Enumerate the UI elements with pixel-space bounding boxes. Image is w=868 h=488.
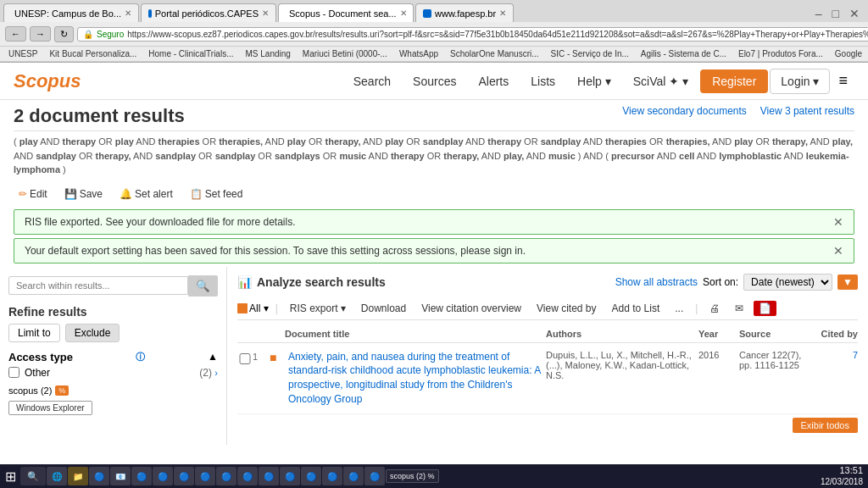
patent-link[interactable]: View 3 patent results (760, 105, 854, 117)
tab-fapesp[interactable]: www.fapesp.br ✕ (415, 3, 514, 22)
bookmark-ms[interactable]: MS Landing (242, 48, 293, 59)
tab-close[interactable]: ✕ (262, 8, 269, 18)
restore-icon[interactable]: □ (827, 5, 844, 22)
tab-label: UNESP: Campus de Bo... (14, 8, 121, 19)
taskbar-app-4[interactable]: 🔵 (195, 467, 215, 485)
start-button[interactable]: ⊞ (2, 467, 19, 486)
download-button[interactable]: Download (356, 301, 411, 316)
bookmark-elo[interactable]: Elo7 | Produtos Fora... (735, 48, 826, 59)
bookmark-kit[interactable]: Kit Bucal Personaliza... (46, 48, 140, 59)
bookmark-whatsapp[interactable]: WhatsApp (396, 48, 442, 59)
feed-icon: 📋 (190, 188, 203, 200)
more-button[interactable]: ... (670, 301, 688, 316)
nav-lists[interactable]: Lists (520, 69, 565, 93)
bell-icon: 🔔 (120, 188, 132, 200)
notification-close-2[interactable]: ✕ (833, 244, 843, 258)
nav-scival[interactable]: SciVal ✦ ▾ (623, 69, 698, 93)
result-cited-1[interactable]: 7 (807, 350, 858, 360)
set-alert-button[interactable]: 🔔 Set alert (114, 186, 178, 202)
windows-tooltip-area: Windows Explorer (8, 401, 218, 415)
limit-row: Limit to Exclude (8, 324, 218, 342)
taskbar-app-2[interactable]: 🔵 (153, 467, 173, 485)
divider-2: | (695, 302, 698, 314)
bookmark-unesp[interactable]: UNESP (5, 48, 41, 59)
taskbar-ie[interactable]: 🌐 (47, 467, 67, 485)
taskbar-folder[interactable]: 📁 (68, 467, 88, 485)
taskbar: ⊞ 🔍 🌐 📁 🔵 📧 🔵 🔵 🔵 🔵 🔵 🔵 🔵 🔵 🔵 🔵 🔵 🔵 scop… (0, 464, 868, 488)
tab-close[interactable]: ✕ (499, 8, 506, 18)
print-button[interactable]: 🖨 (704, 301, 725, 316)
taskbar-app-10[interactable]: 🔵 (322, 467, 342, 485)
register-button[interactable]: Register (700, 69, 768, 93)
exclude-button[interactable]: Exclude (65, 324, 120, 342)
ris-export-button[interactable]: RIS export ▾ (285, 301, 351, 316)
reload-button[interactable]: ↻ (54, 26, 74, 42)
tab-scopus[interactable]: Scopus - Document sea... ✕ (278, 3, 414, 22)
taskbar-app-12[interactable]: 🔵 (364, 467, 385, 485)
search-within-button[interactable]: 🔍 (188, 275, 218, 297)
bookmark-home[interactable]: Home - ClinicalTrials... (145, 48, 236, 59)
sort-select[interactable]: Date (newest) (743, 274, 832, 291)
export-icon-button[interactable]: 📄 (754, 301, 776, 316)
col-source-header: Source (739, 329, 807, 339)
login-button[interactable]: Login ▾ (770, 69, 830, 94)
access-info-icon[interactable]: ⓘ (136, 351, 145, 363)
set-feed-button[interactable]: 📋 Set feed (185, 186, 248, 202)
tab-unesp[interactable]: UNESP: Campus de Bo... ✕ (3, 3, 139, 22)
add-to-list-button[interactable]: Add to List (607, 301, 665, 316)
expand-link[interactable]: › (214, 368, 218, 378)
taskbar-app-8[interactable]: 🔵 (280, 467, 300, 485)
nav-search[interactable]: Search (343, 69, 401, 93)
taskbar-app-11[interactable]: 🔵 (343, 467, 364, 485)
access-toggle-icon[interactable]: ▲ (208, 351, 218, 363)
address-bar[interactable]: 🔒 Seguro https://www-scopus.ez87.periodi… (77, 27, 868, 42)
save-button[interactable]: 💾 Save (59, 186, 108, 202)
bookmark-agilis[interactable]: Agilis - Sistema de C... (637, 48, 730, 59)
nav-alerts[interactable]: Alerts (468, 69, 519, 93)
nav-sources[interactable]: Sources (403, 69, 466, 93)
tab-label: www.fapesp.br (435, 8, 496, 19)
minimize-icon[interactable]: – (810, 5, 827, 22)
result-title-1[interactable]: Anxiety, pain, and nausea during the tre… (288, 351, 541, 405)
view-citation-overview-button[interactable]: View citation overview (416, 301, 526, 316)
forward-button[interactable]: → (30, 26, 51, 42)
refine-header: Refine results (8, 305, 218, 319)
taskbar-chrome[interactable]: 🔵 (89, 467, 109, 485)
show-all-abstracts-link[interactable]: Show all abstracts (615, 276, 698, 288)
taskbar-app-3[interactable]: 🔵 (174, 467, 194, 485)
result-checkbox-1[interactable] (237, 353, 253, 364)
menu-icon[interactable]: ≡ (832, 69, 854, 93)
tab-close[interactable]: ✕ (125, 8, 131, 18)
back-button[interactable]: ← (5, 26, 26, 42)
taskbar-email[interactable]: 📧 (110, 467, 131, 485)
access-other-checkbox[interactable] (8, 367, 19, 378)
secondary-docs-link[interactable]: View secondary documents (622, 105, 747, 117)
tab-close[interactable]: ✕ (400, 8, 407, 18)
bookmark-scholar[interactable]: ScholarOne Manuscri... (447, 48, 542, 59)
analyze-bar: 📊 Analyze search results Show all abstra… (237, 274, 858, 291)
nav-help[interactable]: Help ▾ (567, 69, 621, 93)
bookmark-mariuci[interactable]: Mariuci Betini (0000-... (299, 48, 391, 59)
taskbar-app-7[interactable]: 🔵 (259, 467, 279, 485)
search-within-input[interactable] (8, 276, 188, 295)
limit-to-button[interactable]: Limit to (8, 324, 60, 342)
notification-close[interactable]: ✕ (833, 215, 843, 229)
taskbar-search[interactable]: 🔍 (20, 467, 46, 485)
tab-capes[interactable]: Portal periódicos.CAPES ✕ (141, 3, 276, 22)
taskbar-app-6[interactable]: 🔵 (237, 467, 258, 485)
sort-expand-button[interactable]: ▼ (837, 274, 858, 290)
view-cited-by-button[interactable]: View cited by (531, 301, 601, 316)
all-dropdown[interactable]: All ▾ (237, 302, 269, 314)
close-icon[interactable]: ✕ (844, 5, 865, 22)
cited-link-1[interactable]: 7 (853, 350, 858, 360)
notification-ris: RIS file exported. See your downloaded f… (14, 209, 854, 235)
taskbar-app-9[interactable]: 🔵 (301, 467, 321, 485)
bookmark-sic[interactable]: SIC - Serviço de In... (548, 48, 632, 59)
scopus-logo[interactable]: Scopus (14, 70, 81, 92)
edit-button[interactable]: ✏ Edit (14, 186, 53, 202)
email-button[interactable]: ✉ (730, 301, 748, 316)
bookmark-google[interactable]: Google (832, 48, 865, 59)
taskbar-app-5[interactable]: 🔵 (216, 467, 236, 485)
taskbar-app-1[interactable]: 🔵 (131, 467, 152, 485)
show-all-button[interactable]: Exibir todos (793, 418, 858, 433)
